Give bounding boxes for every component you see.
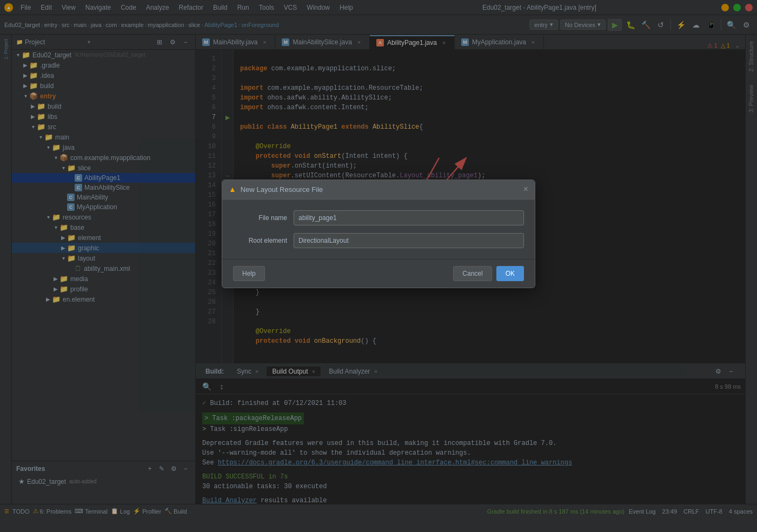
modal-harmonyos-icon: ▲ (229, 185, 236, 194)
modal-cancel-button[interactable]: Cancel (453, 266, 492, 281)
modal-rootelement-label: Root element (233, 237, 287, 244)
modal-header: ▲ New Layout Resource File × (222, 180, 535, 200)
modal-filename-row: File name (233, 210, 524, 225)
modal-filename-input[interactable] (294, 210, 524, 225)
modal-dialog: ▲ New Layout Resource File × File name R… (222, 179, 535, 288)
modal-rootelement-input[interactable] (294, 233, 524, 248)
modal-rootelement-row: Root element (233, 233, 524, 248)
modal-title: New Layout Resource File (241, 185, 519, 194)
modal-filename-label: File name (233, 214, 287, 222)
modal-footer-right: Cancel OK (453, 266, 524, 281)
modal-ok-button[interactable]: OK (496, 266, 524, 281)
modal-footer: Help Cancel OK (222, 259, 535, 288)
modal-overlay: ▲ New Layout Resource File × File name R… (0, 0, 757, 532)
modal-help-button[interactable]: Help (233, 266, 265, 281)
modal-body: File name Root element (222, 200, 535, 259)
modal-close-button[interactable]: × (523, 184, 528, 194)
